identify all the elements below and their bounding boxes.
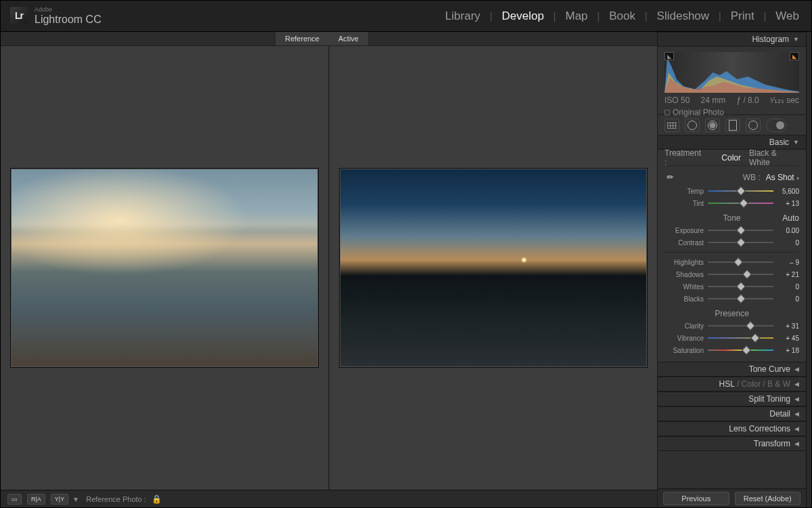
- slider-thumb-vibrance[interactable]: [750, 333, 760, 343]
- separator: |: [597, 11, 600, 22]
- slider-whites: Whites0: [664, 280, 799, 293]
- slider-track-clarity[interactable]: [708, 322, 773, 329]
- lenscorrections-title: Lens Corrections: [729, 424, 790, 433]
- slider-value-whites[interactable]: 0: [777, 283, 799, 291]
- slider-value-saturation[interactable]: + 18: [777, 347, 799, 354]
- top-bar: Lr Adobe Lightroom CC Library|Develop|Ma…: [1, 1, 811, 32]
- auto-tone-button[interactable]: Auto: [782, 213, 799, 223]
- panel-header-transform[interactable]: Transform◀: [658, 436, 806, 451]
- slider-value-vibrance[interactable]: + 45: [777, 335, 799, 342]
- triangle-left-icon: ◀: [794, 396, 799, 402]
- previous-button[interactable]: Previous: [663, 492, 729, 505]
- triangle-left-icon: ◀: [794, 381, 799, 387]
- brand-vendor: Adobe: [35, 7, 102, 14]
- slider-label-blacks: Blacks: [664, 295, 704, 303]
- panel-header-lenscorrections[interactable]: Lens Corrections◀: [658, 421, 806, 436]
- eyedropper-icon[interactable]: ✎: [662, 169, 679, 186]
- panel-header-splittoning[interactable]: Split Toning◀: [658, 391, 806, 406]
- module-library[interactable]: Library: [443, 8, 483, 24]
- slider-thumb-shadows[interactable]: [742, 270, 752, 279]
- crop-tool[interactable]: [664, 119, 679, 132]
- slider-track-vibrance[interactable]: [708, 335, 773, 341]
- tab-reference[interactable]: Reference: [275, 32, 329, 45]
- slider-label-clarity: Clarity: [664, 322, 704, 330]
- graduated-filter-tool[interactable]: [725, 119, 740, 132]
- slider-value-shadows[interactable]: + 21: [777, 271, 799, 278]
- slider-thumb-saturation[interactable]: [742, 345, 751, 355]
- slider-label-whites: Whites: [664, 283, 704, 291]
- slider-track-shadows[interactable]: [708, 271, 773, 278]
- panel-header-histogram[interactable]: Histogram▼: [658, 32, 806, 47]
- wb-label: WB :: [743, 173, 761, 182]
- wb-dropdown[interactable]: As Shot ▾: [766, 173, 799, 182]
- slider-label-shadows: Shadows: [664, 271, 704, 278]
- chevron-down-icon[interactable]: ▾: [74, 494, 78, 504]
- panel-header-hsl[interactable]: HSL / Color / B & W ◀: [658, 377, 806, 391]
- slider-shadows: Shadows+ 21: [664, 268, 799, 280]
- radial-filter-tool[interactable]: [746, 119, 761, 132]
- slider-value-highlights[interactable]: – 9: [777, 259, 799, 266]
- slider-thumb-exposure[interactable]: [736, 226, 745, 235]
- slider-track-temp[interactable]: [708, 188, 773, 194]
- slider-label-tint: Tint: [664, 200, 704, 207]
- shadow-clip-indicator[interactable]: ◣: [664, 52, 674, 60]
- slider-thumb-highlights[interactable]: [734, 257, 743, 267]
- slider-track-exposure[interactable]: [708, 227, 773, 234]
- module-map[interactable]: Map: [562, 8, 590, 24]
- histogram-panel: ◣ ◣ ISO 50 24 mm ƒ / 8.0 ¹⁄₁₂₅ sec: [658, 47, 806, 114]
- module-book[interactable]: Book: [606, 8, 638, 24]
- slider-track-blacks[interactable]: [708, 295, 773, 302]
- local-tool-strip: [658, 114, 806, 135]
- module-web[interactable]: Web: [773, 8, 802, 24]
- treatment-bw[interactable]: Black & White: [749, 148, 799, 167]
- reference-photo-label: Reference Photo :: [86, 495, 146, 503]
- slider-track-tint[interactable]: [708, 200, 773, 207]
- slider-track-highlights[interactable]: [708, 259, 773, 266]
- view-before-after[interactable]: Y|Y: [51, 494, 68, 505]
- panel-header-tonecurve[interactable]: Tone Curve◀: [658, 362, 806, 377]
- module-print[interactable]: Print: [728, 8, 757, 24]
- slider-temp: Temp5,600: [664, 185, 799, 197]
- slider-value-temp[interactable]: 5,600: [777, 188, 799, 195]
- module-slideshow[interactable]: Slideshow: [654, 8, 713, 24]
- slider-thumb-temp[interactable]: [736, 186, 745, 196]
- hsl-color-label: Color: [742, 379, 761, 389]
- original-photo-checkbox[interactable]: [664, 110, 670, 115]
- slider-value-clarity[interactable]: + 31: [777, 322, 799, 330]
- detail-title: Detail: [769, 409, 790, 419]
- slider-value-tint[interactable]: + 13: [777, 200, 799, 207]
- treatment-color[interactable]: Color: [721, 153, 741, 163]
- slider-exposure: Exposure0.00: [664, 224, 799, 236]
- presence-header: Presence: [715, 309, 749, 318]
- panel-header-detail[interactable]: Detail◀: [658, 406, 806, 421]
- view-single[interactable]: ▭: [7, 494, 22, 505]
- slider-thumb-tint[interactable]: [739, 198, 748, 208]
- view-ref-active[interactable]: R|A: [27, 494, 45, 505]
- slider-thumb-clarity[interactable]: [746, 321, 755, 331]
- highlight-clip-indicator[interactable]: ◣: [790, 52, 799, 60]
- slider-thumb-contrast[interactable]: [736, 238, 745, 247]
- slider-label-highlights: Highlights: [664, 259, 704, 266]
- slider-label-vibrance: Vibrance: [664, 335, 704, 342]
- slider-blacks: Blacks0: [664, 293, 799, 305]
- reset-button[interactable]: Reset (Adobe): [735, 492, 801, 505]
- lock-icon[interactable]: 🔒: [152, 494, 162, 504]
- brush-toggle[interactable]: [766, 119, 786, 132]
- spot-tool[interactable]: [685, 119, 700, 132]
- reference-photo[interactable]: [10, 168, 319, 368]
- slider-value-contrast[interactable]: 0: [777, 239, 799, 247]
- active-photo[interactable]: [339, 168, 648, 368]
- slider-thumb-whites[interactable]: [736, 282, 745, 291]
- slider-contrast: Contrast0: [664, 236, 799, 249]
- slider-track-whites[interactable]: [708, 283, 773, 290]
- slider-value-blacks[interactable]: 0: [777, 295, 799, 303]
- redeye-tool[interactable]: [705, 119, 720, 132]
- slider-track-contrast[interactable]: [708, 239, 773, 246]
- slider-value-exposure[interactable]: 0.00: [777, 227, 799, 234]
- panel-scrollbar[interactable]: [806, 32, 811, 507]
- slider-thumb-blacks[interactable]: [736, 294, 745, 303]
- slider-track-saturation[interactable]: [708, 347, 773, 354]
- histogram-graph[interactable]: [664, 52, 799, 93]
- module-develop[interactable]: Develop: [499, 8, 546, 24]
- tab-active[interactable]: Active: [329, 32, 368, 45]
